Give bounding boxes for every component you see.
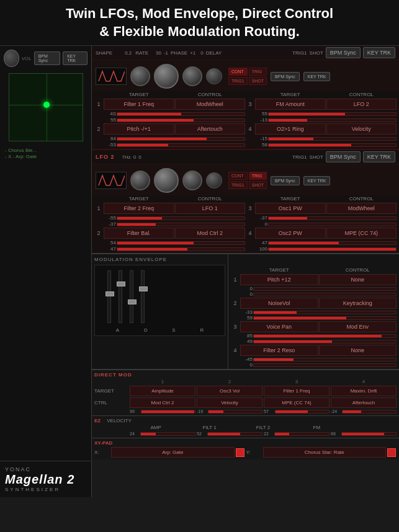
lfo2-s1-track3[interactable]	[268, 216, 397, 220]
lfo1-row2-target[interactable]: Pitch -/+1	[104, 123, 174, 135]
lfo1-shape-knob[interactable]	[130, 66, 150, 86]
env-row3-control[interactable]: Mod Env	[319, 321, 397, 332]
lfo1-s1-track3[interactable]	[268, 112, 397, 116]
lfo1-row2-control[interactable]: Aftertouch	[175, 123, 246, 135]
lfo2-phase-knob[interactable]	[182, 171, 202, 190]
lfo1-rate-knob[interactable]	[154, 64, 179, 89]
env-row4-control[interactable]: None	[319, 345, 397, 356]
bpm-btn[interactable]: BPM Sync	[34, 51, 60, 65]
lfo2-row2-target[interactable]: Filter Bal.	[104, 228, 174, 239]
lfo2-cont-btn[interactable]: CONT	[228, 172, 248, 180]
lfo2-s2-track3[interactable]	[268, 241, 397, 245]
lfo1-keytrk-btn[interactable]: KEY TRK	[363, 47, 395, 58]
env-fader-s[interactable]	[130, 270, 133, 323]
lfo2-keytrk-btn[interactable]: KEY TRK	[363, 151, 395, 162]
xy-x-square	[236, 448, 244, 457]
dm-ctrl-4[interactable]: Aftertouch	[331, 397, 397, 408]
dm-ctrl-3[interactable]: MPE (CC 74)	[264, 397, 330, 408]
lfo2-shape-knob[interactable]	[130, 171, 150, 190]
lfo2-trig-btn[interactable]: TRIG	[249, 172, 267, 180]
dm-target-3[interactable]: Filter 1 Freq	[264, 386, 330, 396]
env-s1-track1[interactable]	[253, 287, 397, 291]
env-fader-d[interactable]	[119, 270, 122, 323]
lfo2-row1-target2[interactable]: Osc1 PW	[255, 203, 326, 214]
env-row1-control[interactable]: None	[319, 274, 397, 285]
lfo1-s2-track4[interactable]	[268, 143, 397, 147]
lfo2-row1-control2[interactable]: ModWheel	[326, 203, 397, 214]
lfo1-s2-track1[interactable]	[117, 137, 245, 141]
env-row2-target[interactable]: NoiseVol	[240, 298, 318, 309]
ez-filt2-slider[interactable]	[274, 432, 330, 436]
dm-ctrl-1[interactable]: Mod Ctrl 2	[130, 397, 195, 408]
keytrk-btn[interactable]: KEY TRK	[63, 51, 87, 65]
right-content: SHAPE 0.2 RATE 30 -1 PHASE +1 0 DELAY TR…	[92, 46, 399, 497]
lfo1-delay-knob[interactable]	[206, 68, 222, 84]
env-fader-a[interactable]	[107, 270, 111, 323]
lfo1-shot-btn[interactable]: SHOT	[249, 77, 267, 85]
lfo2-row2-control2[interactable]: MPE (CC 74)	[326, 228, 397, 239]
vol-knob[interactable]	[4, 50, 19, 67]
lfo1-bpm-sync-btn[interactable]: BPM Sync	[271, 72, 300, 81]
lfo1-cont-btn[interactable]: CONT	[228, 68, 248, 76]
lfo2-bpm-sync-btn[interactable]: BPM Sync	[271, 176, 300, 185]
env-s2-track1[interactable]	[253, 311, 397, 314]
lfo2-row1-control[interactable]: LFO 1	[175, 203, 246, 214]
lfo2-row2-control[interactable]: Mod Ctrl 2	[175, 228, 246, 239]
lfo1-row2-control2[interactable]: Velocity	[326, 123, 397, 135]
lfo1-s2-track2[interactable]	[117, 143, 245, 147]
lfo1-bpm-btn[interactable]: BPM Sync	[326, 47, 361, 58]
dm-target-1[interactable]: Amplitude	[130, 386, 195, 396]
lfo1-trig1-btn[interactable]: TRIG1	[228, 77, 248, 85]
dm-slider-2[interactable]	[208, 410, 262, 414]
env-row4-target[interactable]: Filter 2 Reso	[240, 345, 318, 356]
lfo2-rate-knob[interactable]	[154, 168, 179, 193]
lfo2-s1-track2[interactable]	[117, 223, 245, 226]
lfo2-s2-track2[interactable]	[117, 247, 245, 251]
dm-slider-1[interactable]	[141, 410, 195, 414]
xy-pad-display[interactable]	[9, 73, 83, 141]
env-row3-target[interactable]: Voice Pan	[240, 321, 318, 332]
ez-filt1-slider[interactable]	[207, 432, 262, 436]
lfo1-trig-btn[interactable]: TRIG	[249, 68, 267, 76]
dm-target-4[interactable]: Maxim. Drift	[331, 386, 397, 396]
env-s4-track2[interactable]	[253, 363, 397, 367]
env-s4-track1[interactable]	[253, 358, 397, 361]
lfo2-delay-knob[interactable]	[206, 172, 222, 188]
lfo2-row2-target2[interactable]: Osc2 PW	[255, 228, 326, 239]
env-s2-track2[interactable]	[253, 316, 397, 320]
lfo2-s2-track4[interactable]	[268, 247, 397, 251]
lfo1-row1-control2[interactable]: LFO 2	[326, 99, 397, 110]
lfo1-s1-track1[interactable]	[117, 112, 245, 116]
lfo2-s1-track4[interactable]	[268, 223, 397, 226]
xy-x-target[interactable]: Arp: Gate	[111, 447, 235, 458]
lfo1-s2-track3[interactable]	[268, 137, 397, 141]
lfo2-s2-track1[interactable]	[117, 241, 245, 245]
lfo1-phase-knob[interactable]	[182, 66, 202, 86]
lfo2-bpm-btn[interactable]: BPM Sync	[326, 151, 361, 162]
env-s3-track1[interactable]	[253, 334, 397, 338]
env-row1-target[interactable]: Pitch +12	[240, 274, 318, 285]
dm-slider-3[interactable]	[275, 410, 330, 414]
lfo2-s1-track1[interactable]	[117, 216, 245, 220]
dm-slider-4[interactable]	[342, 410, 397, 414]
lfo1-row1-target[interactable]: Filter 1 Freq	[104, 99, 174, 110]
lfo1-row1-control[interactable]: ModWheel	[175, 99, 246, 110]
ez-fm-slider[interactable]	[341, 432, 397, 436]
env-s3-track2[interactable]	[253, 340, 397, 344]
lfo2-shot-btn[interactable]: SHOT	[249, 181, 267, 189]
ez-amp-slider[interactable]	[140, 432, 195, 436]
dm-ctrl-2[interactable]: Velocity	[197, 397, 262, 408]
lfo1-row1-target2[interactable]: FM Amount	[255, 99, 326, 110]
lfo2-keytrk-sync-btn[interactable]: KEY TRK	[303, 176, 331, 185]
lfo2-trig1-btn[interactable]: TRIG1	[228, 181, 248, 189]
lfo1-s1-track4[interactable]	[268, 118, 397, 122]
env-row2-control[interactable]: Keytracking	[319, 298, 397, 309]
lfo1-s1-track2[interactable]	[117, 118, 245, 122]
lfo1-row2-target2[interactable]: O2>1 Ring	[255, 123, 326, 135]
dm-target-2[interactable]: Osc3 Vol	[197, 386, 262, 396]
lfo1-keytrk-sync-btn[interactable]: KEY TRK	[303, 72, 331, 81]
lfo2-row1-target[interactable]: Filter 2 Freq	[104, 203, 174, 214]
xy-y-target[interactable]: Chorus Star: Rate	[263, 447, 387, 458]
env-s1-track2[interactable]	[253, 293, 397, 296]
env-fader-r[interactable]	[141, 270, 145, 323]
